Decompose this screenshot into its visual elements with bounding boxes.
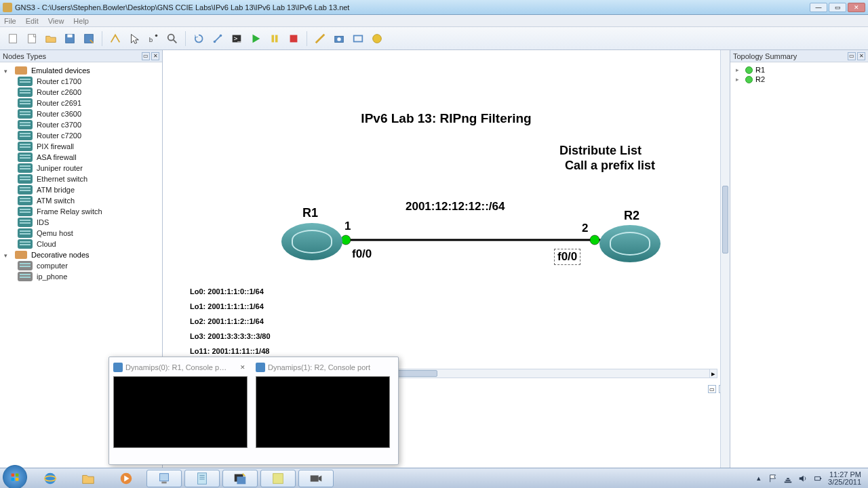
ellipse-button[interactable] [368,30,386,47]
status-icon [745,76,753,83]
taskbar-explorer[interactable] [71,470,106,487]
taskbar-notepad[interactable] [184,470,220,487]
router-r2[interactable] [599,225,660,262]
open-button[interactable] [42,30,60,47]
router-icon [18,185,33,195]
menu-view[interactable]: View [48,17,64,25]
summary-item[interactable]: ▸R1 [733,65,865,75]
connect-button[interactable] [209,30,226,47]
node-type-item[interactable]: Juniper router [1,163,161,174]
node-type-item[interactable]: Router c2691 [1,98,161,108]
select-tool-button[interactable] [125,30,143,47]
pause-button[interactable] [266,30,283,47]
expand-icon[interactable]: ▸ [736,76,743,83]
router-icon [18,218,33,227]
preview-close-r1[interactable]: ✕ [238,363,248,372]
svg-rect-31 [161,481,166,483]
minimize-button[interactable]: — [810,3,827,12]
menu-file[interactable]: File [4,17,16,25]
node-type-item[interactable]: Frame Relay switch [1,206,161,217]
node-type-item[interactable]: PIX firewall [1,141,161,152]
close-button[interactable]: ✕ [848,3,865,12]
decorative-nodes-category[interactable]: Decorative nodes [1,249,161,260]
node-type-item[interactable]: Router c1700 [1,76,161,87]
node-type-item[interactable]: Cloud [1,239,161,249]
status-icon [745,66,753,74]
taskbar-ie[interactable] [33,470,68,487]
router-r1[interactable] [281,223,342,260]
emulated-devices-category[interactable]: Emulated devices [1,65,161,76]
node-type-item[interactable]: ATM bridge [1,184,161,195]
start-button[interactable] [247,30,264,47]
panel-undock-button[interactable]: ▭ [142,52,150,60]
power-icon[interactable] [813,474,823,483]
svg-rect-3 [67,34,72,37]
node-type-item[interactable]: computer [1,260,161,271]
console-undock-button[interactable]: ▭ [708,385,716,393]
svg-rect-25 [12,477,15,481]
snapshot-button[interactable] [330,30,348,47]
new-button[interactable] [4,30,22,47]
svg-rect-24 [16,473,19,476]
show-interface-button[interactable] [106,30,124,47]
svg-point-27 [45,472,56,484]
flag-icon[interactable] [768,474,778,483]
node-type-item[interactable]: ATM switch [1,195,161,206]
title-bar: GNS3 - C:\Users\Stephen.Bowler\Desktop\G… [0,0,868,15]
node-type-item[interactable]: ip_phone [1,271,161,282]
topology-summary-header: Topology Summary ▭ ✕ [730,50,868,62]
preview-thumb-r2[interactable] [256,376,390,448]
panel-close-button[interactable]: ✕ [151,52,159,60]
router-icon [18,120,33,129]
node-type-item[interactable]: ASA firewall [1,152,161,163]
save-button[interactable] [61,30,79,47]
svg-text:>_: >_ [234,34,242,41]
summary-close-button[interactable]: ✕ [857,52,865,60]
summary-undock-button[interactable]: ▭ [848,52,856,60]
node-type-item[interactable]: Ethernet switch [1,174,161,184]
preview-r1[interactable]: Dynamips(0): R1, Console p… ✕ [113,361,248,460]
svg-rect-37 [815,476,821,480]
clock[interactable]: 11:27 PM 3/25/2011 [828,471,861,486]
taskbar-camstudio[interactable] [298,470,334,487]
tray-show-hidden[interactable]: ▴ [755,474,763,483]
router-icon [18,98,33,108]
router-icon [18,207,33,216]
node-type-item[interactable]: IDS [1,217,161,228]
node-type-item[interactable]: Router c2600 [1,87,161,98]
rectangle-button[interactable] [349,30,367,47]
draw-line-button[interactable] [311,30,329,47]
stop-button[interactable] [285,30,302,47]
volume-icon[interactable] [798,474,808,483]
expand-icon[interactable]: ▸ [736,66,743,73]
interface-r2[interactable]: f0/0 [554,249,580,265]
router-icon [18,163,33,173]
menu-edit[interactable]: Edit [26,17,39,25]
taskbar-wmp[interactable] [108,470,144,487]
canvas-v-scrollbar[interactable] [722,186,728,253]
taskbar-gns3[interactable] [146,470,182,487]
maximize-button[interactable]: ▭ [829,3,846,12]
node-label: ASA firewall [37,153,77,161]
node-type-item[interactable]: Qemu host [1,228,161,239]
network-icon[interactable] [783,474,793,483]
node-label: Ethernet switch [37,175,87,183]
menu-help[interactable]: Help [73,17,89,25]
save-as-button[interactable] [80,30,98,47]
console-button[interactable]: >_ [228,30,245,47]
reload-button[interactable] [190,30,208,47]
canvas-scroll-right-button[interactable]: ▸ [709,369,717,378]
node-type-item[interactable]: Router c3600 [1,108,161,119]
start-button[interactable] [3,465,27,489]
taskbar-putty[interactable] [222,470,258,487]
zoom-button[interactable] [163,30,181,47]
new-blank-button[interactable] [23,30,41,47]
taskbar-sticky[interactable] [260,470,296,487]
node-type-item[interactable]: Router c7200 [1,130,161,141]
preview-thumb-r1[interactable] [113,376,248,448]
summary-item[interactable]: ▸R2 [733,75,865,84]
node-type-item[interactable]: Router c3700 [1,119,161,130]
preview-r2[interactable]: Dynamips(1): R2, Console port ✕ [256,361,390,460]
router-icon [18,196,33,205]
show-label-button[interactable]: b [144,30,162,47]
